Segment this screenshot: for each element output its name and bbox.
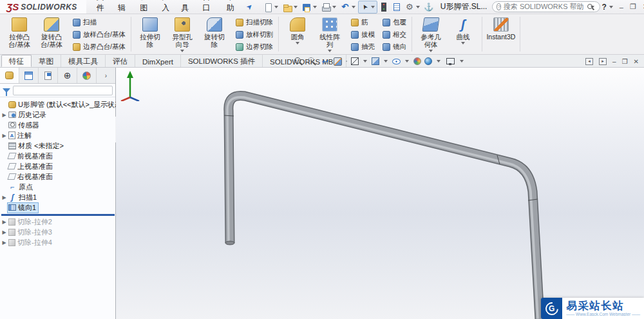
tree-item-材质 <未指定>[interactable]: 材质 <未指定> [1, 140, 115, 151]
tab-模具工具[interactable]: 模具工具 [61, 55, 106, 67]
ribbon-button-旋转凸台/基体[interactable]: 旋转凸台/基体 [35, 16, 68, 48]
expand-arrow-icon[interactable]: ▶ [1, 133, 7, 139]
display-style-icon[interactable] [372, 57, 379, 65]
next-document-button[interactable]: ▸ [599, 58, 607, 65]
tree-item-label-wrap[interactable]: 传感器 [7, 120, 42, 131]
tab-特征[interactable]: 特征 [1, 55, 32, 67]
search-box[interactable]: ? 搜索 SOLIDWORKS 帮助 [492, 1, 600, 12]
tree-item-切除-拉伸4[interactable]: ▶切除-拉伸4 [1, 237, 115, 247]
tree-item-label-wrap[interactable]: 历史记录 [7, 110, 49, 121]
apply-scene-icon[interactable] [424, 57, 432, 65]
tree-item-注解[interactable]: ▶A注解 [1, 130, 115, 140]
new-document-icon-dropdown[interactable] [274, 6, 278, 8]
ribbon-button-拔模[interactable]: 拔模 [348, 28, 377, 41]
ribbon-button-筋[interactable]: 筋 [348, 16, 377, 28]
graphics-viewport[interactable]: G 易采站长站 —— Www.Easck.Com Webmaster —— [116, 68, 644, 319]
help-button[interactable]: ? [601, 3, 606, 12]
tree-item-前视基准面[interactable]: 前视基准面 [1, 151, 115, 161]
tree-item-label-wrap[interactable]: 切除-拉伸4 [7, 237, 55, 248]
display-style-icon-dropdown[interactable] [384, 60, 388, 63]
document-minimize-button[interactable]: – [612, 58, 616, 65]
tree-item-U形脚管 (默认<<默认>_显示状态 1>)[interactable]: U形脚管 (默认<<默认>_显示状态 1>) [1, 99, 115, 110]
minimize-button[interactable]: – [620, 3, 623, 11]
anchor-icon-button[interactable]: ⚓ [422, 1, 435, 14]
tree-item-扫描1[interactable]: ▶ʃ扫描1 [1, 192, 115, 202]
tree-item-label-wrap[interactable]: 材质 <未指定> [7, 140, 66, 151]
rebuild-icon-button[interactable] [377, 1, 390, 14]
tree-item-右视基准面[interactable]: 右视基准面 [1, 171, 115, 182]
restore-button[interactable]: ❐ [630, 3, 636, 11]
linear-pattern-dropdown-icon[interactable] [328, 50, 332, 52]
tree-item-label-wrap[interactable]: 切除-拉伸2 [7, 217, 55, 227]
section-view-icon[interactable] [334, 57, 342, 66]
manager-tabs-overflow-icon[interactable]: › [97, 68, 115, 83]
expand-arrow-icon[interactable]: ▶ [1, 240, 7, 246]
ribbon-button-旋转切除[interactable]: 旋转切除 [198, 16, 231, 48]
tree-filter-input[interactable] [13, 86, 113, 95]
tree-item-label-wrap[interactable]: 右视基准面 [7, 171, 55, 182]
search-icon[interactable] [587, 3, 587, 11]
fillet-dropdown-icon[interactable] [296, 42, 299, 44]
help-dropdown-icon[interactable] [609, 6, 613, 8]
ribbon-button-扫描切除[interactable]: 扫描切除 [233, 16, 276, 28]
apply-scene-icon-dropdown[interactable] [437, 60, 440, 63]
previous-view-icon[interactable]: ↩ [320, 57, 330, 66]
tree-item-镜向1[interactable]: 镜向1 [1, 202, 115, 213]
display-report-icon-button[interactable] [390, 1, 403, 14]
ribbon-button-放样凸台/基体[interactable]: 放样凸台/基体 [70, 28, 128, 41]
document-restore-button[interactable]: ❐ [622, 58, 628, 65]
tree-item-label-wrap[interactable]: 切除-拉伸3 [7, 227, 55, 238]
expand-arrow-icon[interactable]: ▶ [1, 219, 7, 225]
hole-wizard-dropdown-icon[interactable] [180, 50, 184, 52]
tree-item-上视基准面[interactable]: 上视基准面 [1, 161, 115, 171]
configurationmanager-tab[interactable] [39, 68, 58, 83]
tree-item-原点[interactable]: ⌐原点 [1, 182, 115, 192]
ribbon-button-相交[interactable]: 相交 [380, 28, 409, 41]
ribbon-button-包覆[interactable]: 包覆 [380, 16, 409, 28]
tree-item-label-wrap[interactable]: 上视基准面 [7, 161, 55, 172]
ribbon-button-扫描[interactable]: 扫描 [70, 16, 128, 28]
zoom-area-icon[interactable] [307, 57, 317, 66]
open-icon-button[interactable] [281, 1, 300, 14]
print-icon-dropdown[interactable] [332, 6, 336, 8]
tab-草图[interactable]: 草图 [32, 55, 61, 67]
save-icon-button[interactable] [300, 1, 319, 14]
ribbon-button-镜向[interactable]: 镜向 [380, 41, 409, 53]
tree-item-label-wrap[interactable]: A注解 [7, 130, 34, 141]
view-orientation-icon[interactable] [351, 57, 359, 65]
curves-dropdown-icon[interactable] [461, 42, 465, 44]
options-gear-icon-dropdown[interactable] [416, 6, 420, 8]
ribbon-button-边界切除[interactable]: 边界切除 [233, 41, 276, 53]
hide-show-items-icon[interactable] [392, 59, 401, 64]
tree-item-label-wrap[interactable]: ʃ扫描1 [7, 192, 39, 203]
tab-评估[interactable]: 评估 [106, 55, 135, 67]
search-input[interactable]: 搜索 SOLIDWORKS 帮助 [504, 2, 584, 12]
ribbon-button-放样切割[interactable]: 放样切割 [233, 28, 276, 41]
tree-item-切除-拉伸2[interactable]: ▶切除-拉伸2 [1, 217, 115, 227]
ribbon-button-Instant3D[interactable]: Instant3D [485, 16, 517, 41]
edit-appearance-icon[interactable] [413, 57, 421, 65]
tree-item-历史记录[interactable]: ▶历史记录 [1, 110, 115, 120]
select-cursor-icon-dropdown[interactable] [371, 6, 375, 8]
ribbon-button-拉伸凸台/基体[interactable]: 拉伸凸台/基体 [3, 16, 35, 48]
tree-item-label-wrap[interactable]: 镜向1 [7, 202, 39, 213]
previous-document-button[interactable]: ◂ [585, 58, 593, 65]
select-cursor-icon-button[interactable]: ➤ [358, 1, 377, 14]
ribbon-button-圆角[interactable]: 圆角 [281, 16, 314, 44]
u-tube-model[interactable] [116, 68, 644, 319]
options-gear-icon-button[interactable]: ⚙ [403, 1, 422, 14]
tree-item-切除-拉伸3[interactable]: ▶切除-拉伸3 [1, 227, 115, 237]
zoom-fit-icon[interactable] [293, 57, 303, 66]
undo-icon-dropdown[interactable] [352, 6, 355, 8]
featuremanager-tab[interactable] [0, 68, 19, 83]
tree-item-传感器[interactable]: 传感器 [1, 120, 115, 130]
document-close-button[interactable]: ✕ [634, 58, 639, 65]
ribbon-button-边界凸台/基体[interactable]: 边界凸台/基体 [70, 41, 128, 53]
undo-icon-button[interactable]: ↶ [339, 1, 358, 14]
expand-arrow-icon[interactable]: ▶ [1, 229, 7, 235]
ribbon-button-拉伸切除[interactable]: 拉伸切除 [134, 16, 166, 48]
pin-menu-icon[interactable]: ➤ [244, 2, 254, 12]
filter-funnel-icon[interactable] [3, 88, 10, 93]
ribbon-button-参考几何体[interactable]: 参考几何体 [415, 16, 447, 52]
new-document-icon-button[interactable] [261, 1, 281, 14]
